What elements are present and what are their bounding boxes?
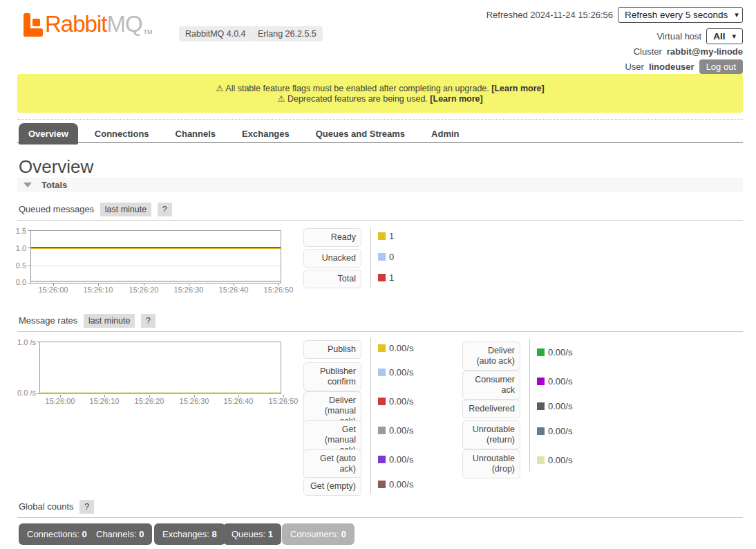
- legend-button-unroutable-return[interactable]: Unroutable (return): [462, 420, 520, 449]
- y-tick-label: 0.0: [6, 278, 26, 286]
- y-tick-label: 0.5: [6, 261, 26, 270]
- queued-messages-header: Queued messages last minute ?: [17, 204, 743, 221]
- exchanges-count-button[interactable]: Exchanges: 8: [154, 523, 225, 545]
- legend-swatch-publisher-confirm: [378, 369, 386, 376]
- legend-button-unroutable-drop[interactable]: Unroutable (drop): [462, 449, 520, 478]
- legend-button-ready[interactable]: Ready: [303, 228, 361, 247]
- legend-value-get-auto-ack: 0.00/s: [389, 454, 413, 465]
- refresh-interval-select[interactable]: Refresh every 5 seconds ▾: [618, 7, 743, 23]
- cluster-label: Cluster: [634, 46, 662, 57]
- virtual-host-select[interactable]: All ▾: [706, 28, 743, 44]
- legend-swatch-deliver-auto-ack: [537, 348, 545, 356]
- legend-swatch-publish: [378, 344, 386, 352]
- queued-messages-title: Queued messages: [19, 204, 94, 214]
- warning-line-2: ⚠ Deprecated features are being used. [L…: [17, 94, 743, 104]
- page-title: Overview: [19, 156, 93, 178]
- legend-button-get-auto-ack[interactable]: Get (auto ack): [303, 449, 361, 478]
- global-counts-header: Global counts ?: [17, 501, 743, 518]
- connections-count-button[interactable]: Connections: 0: [19, 523, 95, 545]
- totals-section-label: Totals: [41, 180, 67, 190]
- tab-admin[interactable]: Admin: [422, 123, 469, 145]
- x-tick-label: 15:26:10: [84, 397, 125, 405]
- dotted-separator: [17, 119, 743, 120]
- tab-channels[interactable]: Channels: [166, 123, 226, 145]
- y-tick-label: 1.0: [6, 244, 26, 252]
- rates-help-icon[interactable]: ?: [141, 314, 155, 328]
- brand-rabbit-text: Rabbit: [45, 10, 106, 38]
- legend-swatch-consumer-ack: [537, 378, 545, 385]
- legend-swatch-redelivered: [537, 402, 545, 410]
- legend-value-get-empty: 0.00/s: [389, 479, 413, 490]
- x-tick-label: 15:26:30: [173, 397, 215, 405]
- legend-button-deliver-auto-ack[interactable]: Deliver (auto ack): [462, 342, 520, 371]
- legend-value-get-manual-ack: 0.00/s: [389, 425, 413, 436]
- totals-section-toggle[interactable]: Totals: [17, 178, 743, 192]
- legend-button-publish[interactable]: Publish: [303, 340, 361, 359]
- series-line-unroutable-drop: [40, 392, 281, 393]
- main-navigation: Overview Connections Channels Exchanges …: [19, 123, 469, 145]
- legend-value-unroutable-return: 0.00/s: [548, 426, 572, 436]
- legend-button-total[interactable]: Total: [303, 270, 361, 288]
- x-tick-label: 15:26:40: [213, 286, 254, 294]
- brand-trademark: TM: [144, 28, 153, 35]
- user-label: User: [625, 62, 643, 72]
- legend-value-unacked: 0: [389, 252, 394, 262]
- consumers-count-button[interactable]: Consumers: 0: [282, 523, 355, 545]
- y-tick-label: 0.0 /s: [6, 389, 36, 397]
- legend-button-redelivered[interactable]: Redelivered: [462, 400, 520, 418]
- x-tick-label: 15:26:20: [123, 286, 164, 294]
- legend-value-redelivered: 0.00/s: [548, 401, 572, 411]
- queues-count-button[interactable]: Queues: 1: [223, 523, 281, 545]
- user-name: linodeuser: [649, 62, 694, 72]
- virtual-host-label: Virtual host: [656, 31, 701, 41]
- legend-button-unacked[interactable]: Unacked: [303, 249, 361, 268]
- tab-overview[interactable]: Overview: [19, 123, 78, 145]
- logout-button[interactable]: Log out: [699, 59, 743, 74]
- learn-more-link-2[interactable]: [Learn more]: [430, 94, 482, 104]
- legend-divider: [529, 339, 530, 472]
- global-counts-title: Global counts: [19, 501, 74, 512]
- legend-swatch-total: [378, 274, 386, 281]
- gridline: [31, 266, 281, 266]
- y-tick-label: 1.5: [6, 227, 26, 235]
- rabbitmq-management-app: RabbitMQ TM RabbitMQ 4.0.4 Erlang 26.2.5…: [0, 0, 756, 549]
- legend-value-publisher-confirm: 0.00/s: [389, 367, 413, 378]
- legend-value-total: 1: [389, 272, 394, 283]
- legend-swatch-unacked: [378, 253, 386, 261]
- legend-swatch-unroutable-drop: [537, 456, 545, 464]
- rabbitmq-logo-icon: [23, 10, 45, 38]
- legend-swatch-deliver-manual-ack: [378, 398, 386, 405]
- legend-swatch-get-empty: [378, 481, 386, 488]
- legend-button-consumer-ack[interactable]: Consumer ack: [462, 371, 520, 400]
- global-counts-help-icon[interactable]: ?: [79, 500, 94, 514]
- tab-exchanges[interactable]: Exchanges: [232, 123, 299, 145]
- x-tick-label: 15:26:30: [168, 286, 209, 294]
- x-tick-label: 15:26:20: [129, 397, 170, 405]
- chevron-down-icon: ▾: [732, 32, 736, 41]
- tab-queues-and-streams[interactable]: Queues and Streams: [306, 123, 415, 145]
- learn-more-link-1[interactable]: [Learn more]: [491, 84, 544, 93]
- legend-swatch-get-auto-ack: [378, 456, 386, 463]
- erlang-version-badge: Erlang 26.2.5.5: [252, 26, 323, 41]
- message-rates-chart: [39, 342, 281, 394]
- rates-time-window-badge[interactable]: last minute: [84, 314, 135, 328]
- tab-connections[interactable]: Connections: [85, 123, 159, 145]
- queued-time-window-badge[interactable]: last minute: [100, 203, 151, 216]
- channels-count-button[interactable]: Channels: 0: [88, 523, 152, 545]
- legend-value-unroutable-drop: 0.00/s: [548, 455, 572, 465]
- series-line-total: [31, 247, 281, 248]
- legend-button-publisher-confirm[interactable]: Publisher confirm: [303, 362, 361, 391]
- rabbitmq-logo[interactable]: RabbitMQ TM: [23, 10, 153, 38]
- legend-value-deliver-manual-ack: 0.00/s: [389, 396, 413, 407]
- x-tick-label: 15:26:50: [263, 397, 304, 405]
- queued-help-icon[interactable]: ?: [158, 203, 172, 216]
- legend-swatch-unroutable-return: [537, 427, 545, 435]
- legend-divider: [370, 227, 371, 287]
- warning-line-1: ⚠ All stable feature flags must be enabl…: [17, 84, 743, 94]
- queued-messages-chart: [30, 230, 281, 283]
- chevron-down-icon: ▾: [735, 10, 739, 19]
- legend-divider: [370, 338, 371, 494]
- series-line-unacked: [31, 281, 281, 282]
- feature-flags-warning-banner: ⚠ All stable feature flags must be enabl…: [17, 74, 743, 113]
- legend-button-get-empty[interactable]: Get (empty): [303, 477, 361, 496]
